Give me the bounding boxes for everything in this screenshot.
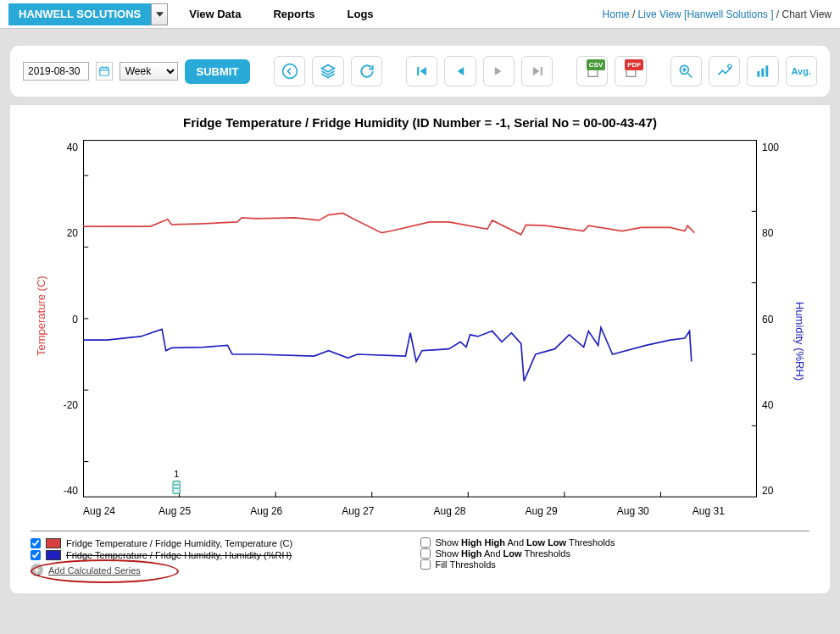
brand-dropdown[interactable]: HANWELL SOLUTIONS (8, 3, 168, 25)
brand-label: HANWELL SOLUTIONS (8, 3, 151, 25)
nav-view-data[interactable]: View Data (189, 8, 241, 20)
breadcrumb-live[interactable]: Live View [Hanwell Solutions ] (638, 8, 774, 20)
svg-point-11 (727, 64, 731, 68)
nav-tabs: View Data Reports Logs (189, 8, 405, 20)
svg-rect-6 (540, 67, 542, 75)
threshold-high-low[interactable]: Show High And Low Thresholds (420, 548, 810, 559)
plus-icon: + (31, 564, 43, 576)
breadcrumb-current: Chart View (782, 8, 832, 20)
skip-last-icon[interactable] (521, 56, 553, 86)
svg-rect-12 (757, 71, 759, 77)
threshold-fill[interactable]: Fill Thresholds (420, 559, 810, 570)
header-bar: HANWELL SOLUTIONS View Data Reports Logs… (0, 0, 840, 29)
layers-icon[interactable] (312, 56, 343, 86)
svg-rect-13 (761, 69, 764, 77)
svg-point-4 (282, 64, 297, 79)
legend-item-humidity[interactable]: Fridge Temperature / Fridge Humidity, Hu… (31, 550, 420, 560)
submit-button[interactable]: SUBMIT (185, 59, 251, 84)
legend-swatch-red (46, 538, 61, 548)
skip-first-icon[interactable] (406, 56, 437, 86)
svg-rect-2 (102, 66, 103, 69)
export-csv-button[interactable]: CSV (576, 56, 608, 86)
svg-rect-5 (417, 67, 419, 75)
trend-settings-icon[interactable] (709, 56, 740, 86)
range-select[interactable]: Week (120, 62, 178, 81)
breadcrumb: Home / Live View [Hanwell Solutions ] / … (603, 8, 832, 20)
svg-line-8 (688, 74, 693, 78)
x-axis-ticks: Aug 24 Aug 25 Aug 26 Aug 27 Aug 28 Aug 2… (83, 505, 757, 517)
legend-checkbox-humidity[interactable] (31, 550, 41, 560)
threshold-highhigh-lowlow[interactable]: Show High High And Low Low Thresholds (420, 537, 810, 548)
svg-text:1: 1 (174, 469, 179, 479)
chevron-down-icon[interactable] (151, 3, 168, 25)
svg-rect-15 (84, 141, 757, 498)
y-axis-left-ticks: 40 20 0 -20 -40 (51, 140, 83, 517)
add-calculated-series[interactable]: + Add Calculated Series (31, 564, 420, 576)
bar-chart-icon[interactable] (747, 56, 778, 86)
y-axis-label-right: Humidity (%RH) (789, 140, 809, 517)
next-icon[interactable] (483, 56, 515, 86)
legend-row: Fridge Temperature / Fridge Humidity, Te… (31, 531, 809, 576)
chart-card: Fridge Temperature / Fridge Humidity (ID… (10, 105, 830, 593)
legend-checkbox-temperature[interactable] (31, 538, 41, 548)
breadcrumb-home[interactable]: Home (603, 8, 630, 20)
svg-rect-3 (106, 66, 107, 69)
prev-icon[interactable] (444, 56, 476, 86)
avg-button[interactable]: Avg. (786, 56, 817, 86)
svg-rect-14 (765, 65, 768, 76)
zoom-icon[interactable] (670, 56, 702, 86)
svg-rect-0 (100, 68, 109, 75)
back-arrow-icon[interactable] (274, 56, 305, 86)
legend-item-temperature[interactable]: Fridge Temperature / Fridge Humidity, Te… (31, 538, 420, 548)
y-axis-label-left: Temperature (C) (31, 140, 51, 517)
export-pdf-button[interactable]: PDF (615, 56, 646, 86)
chart-title: Fridge Temperature / Fridge Humidity (ID… (31, 115, 809, 130)
toolbar: Week SUBMIT CSV PDF Avg. (10, 46, 830, 97)
date-input[interactable] (23, 62, 89, 81)
nav-reports[interactable]: Reports (273, 8, 314, 20)
chart-plot[interactable]: 1 Aug 24 Aug 25 Aug 26 Aug 27 Aug 28 Aug… (83, 140, 757, 517)
legend-swatch-blue (46, 550, 61, 560)
reload-icon[interactable] (351, 56, 382, 86)
chart-area: Temperature (C) 40 20 0 -20 -40 1 Aug 24… (31, 140, 809, 517)
nav-logs[interactable]: Logs (348, 8, 374, 20)
y-axis-right-ticks: 100 80 60 40 20 (757, 140, 789, 517)
calendar-icon[interactable] (96, 62, 113, 81)
svg-rect-35 (173, 481, 180, 494)
